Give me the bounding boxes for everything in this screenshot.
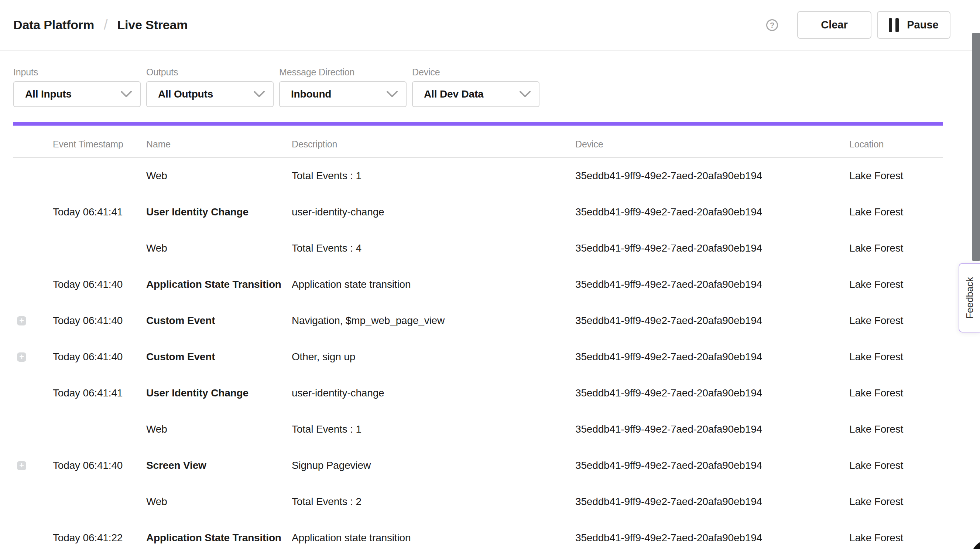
- event-name: User Identity Change: [146, 206, 292, 218]
- table-header-row: Event Timestamp Name Description Device …: [13, 126, 943, 158]
- event-timestamp: Today 06:41:41: [53, 206, 146, 218]
- table-row[interactable]: +Today 06:41:40Screen ViewSignup Pagevie…: [13, 447, 943, 484]
- live-stream-page: Data Platform / Live Stream ? Clear Paus…: [0, 0, 980, 549]
- help-icon[interactable]: ?: [766, 19, 778, 31]
- header-actions: ? Clear Pause: [766, 11, 950, 39]
- event-timestamp: Today 06:41:40: [53, 460, 146, 471]
- pause-button-label: Pause: [907, 19, 938, 31]
- breadcrumb: Data Platform / Live Stream: [13, 17, 188, 33]
- event-name: Application State Transition: [146, 279, 292, 290]
- event-location: Lake Forest: [849, 532, 943, 544]
- event-timestamp: Today 06:41:40: [53, 351, 146, 363]
- event-location: Lake Forest: [849, 206, 943, 218]
- event-timestamp: Today 06:41:40: [53, 315, 146, 327]
- event-description: Total Events : 4: [292, 243, 575, 254]
- table-row[interactable]: WebTotal Events : 135eddb41-9ff9-49e2-7a…: [13, 411, 943, 447]
- header-cell-location: Location: [849, 139, 943, 150]
- event-description: Total Events : 2: [292, 496, 575, 508]
- event-timestamp: Today 06:41:40: [53, 279, 146, 290]
- breadcrumb-root[interactable]: Data Platform: [13, 18, 94, 32]
- event-device: 35eddb41-9ff9-49e2-7aed-20afa90eb194: [575, 279, 849, 290]
- vertical-scrollbar-thumb[interactable]: [972, 33, 980, 261]
- event-name: Web: [146, 496, 292, 508]
- breadcrumb-separator: /: [104, 17, 107, 33]
- feedback-tab-label: Feedback: [964, 277, 975, 319]
- table-row[interactable]: Today 06:41:40Application State Transiti…: [13, 267, 943, 303]
- expand-row-button[interactable]: +: [17, 353, 26, 362]
- event-device: 35eddb41-9ff9-49e2-7aed-20afa90eb194: [575, 423, 849, 435]
- table-row[interactable]: WebTotal Events : 435eddb41-9ff9-49e2-7a…: [13, 230, 943, 267]
- event-device: 35eddb41-9ff9-49e2-7aed-20afa90eb194: [575, 387, 849, 399]
- top-header: Data Platform / Live Stream ? Clear Paus…: [0, 0, 980, 51]
- table-body: WebTotal Events : 135eddb41-9ff9-49e2-7a…: [13, 158, 943, 549]
- row-expand-cell: +: [13, 316, 53, 326]
- event-location: Lake Forest: [849, 496, 943, 508]
- filters-bar: Inputs All Inputs Outputs All Outputs Me…: [13, 68, 980, 107]
- event-name: Custom Event: [146, 315, 292, 327]
- message-direction-select[interactable]: Inbound: [279, 81, 407, 107]
- accent-divider: [13, 122, 943, 126]
- table-row[interactable]: Today 06:41:22Application State Transiti…: [13, 520, 943, 549]
- event-description: user-identity-change: [292, 206, 575, 218]
- pause-icon: [889, 18, 899, 32]
- inputs-select[interactable]: All Inputs: [13, 81, 141, 107]
- event-description: user-identity-change: [292, 387, 575, 399]
- chevron-down-icon: [254, 91, 265, 97]
- event-timestamp: Today 06:41:41: [53, 387, 146, 399]
- clear-button[interactable]: Clear: [797, 11, 872, 39]
- event-device: 35eddb41-9ff9-49e2-7aed-20afa90eb194: [575, 243, 849, 254]
- event-device: 35eddb41-9ff9-49e2-7aed-20afa90eb194: [575, 351, 849, 363]
- pause-button[interactable]: Pause: [877, 11, 950, 39]
- event-location: Lake Forest: [849, 460, 943, 471]
- chat-bubble-button[interactable]: [971, 540, 980, 549]
- filter-message-direction-label: Message Direction: [279, 68, 407, 77]
- filter-message-direction: Message Direction Inbound: [279, 68, 407, 107]
- table-row[interactable]: Today 06:41:41User Identity Changeuser-i…: [13, 194, 943, 230]
- event-location: Lake Forest: [849, 387, 943, 399]
- event-name: Custom Event: [146, 351, 292, 363]
- table-row[interactable]: +Today 06:41:40Custom EventOther, sign u…: [13, 339, 943, 375]
- filter-device: Device All Dev Data: [412, 68, 539, 107]
- filter-outputs-label: Outputs: [146, 68, 274, 77]
- device-select-value: All Dev Data: [424, 88, 484, 100]
- event-location: Lake Forest: [849, 170, 943, 182]
- event-location: Lake Forest: [849, 315, 943, 327]
- chevron-down-icon: [121, 91, 132, 97]
- table-row[interactable]: WebTotal Events : 135eddb41-9ff9-49e2-7a…: [13, 158, 943, 194]
- event-location: Lake Forest: [849, 423, 943, 435]
- event-name: Application State Transition: [146, 532, 292, 544]
- event-description: Application state transition: [292, 279, 575, 290]
- event-device: 35eddb41-9ff9-49e2-7aed-20afa90eb194: [575, 460, 849, 471]
- chevron-down-icon: [387, 91, 398, 97]
- table-row[interactable]: WebTotal Events : 235eddb41-9ff9-49e2-7a…: [13, 484, 943, 520]
- inputs-select-value: All Inputs: [25, 88, 72, 100]
- filter-inputs-label: Inputs: [13, 68, 141, 77]
- event-description: Application state transition: [292, 532, 575, 544]
- event-description: Other, sign up: [292, 351, 575, 363]
- event-device: 35eddb41-9ff9-49e2-7aed-20afa90eb194: [575, 496, 849, 508]
- feedback-tab[interactable]: Feedback: [959, 263, 980, 332]
- events-table: Event Timestamp Name Description Device …: [13, 126, 943, 549]
- event-name: Web: [146, 170, 292, 182]
- header-cell-event-timestamp: Event Timestamp: [53, 139, 146, 150]
- event-name: Screen View: [146, 460, 292, 471]
- device-select[interactable]: All Dev Data: [412, 81, 539, 107]
- filter-outputs: Outputs All Outputs: [146, 68, 274, 107]
- event-description: Total Events : 1: [292, 170, 575, 182]
- table-row[interactable]: Today 06:41:41User Identity Changeuser-i…: [13, 375, 943, 411]
- message-direction-select-value: Inbound: [291, 88, 331, 100]
- table-row[interactable]: +Today 06:41:40Custom EventNavigation, $…: [13, 303, 943, 339]
- expand-row-button[interactable]: +: [17, 461, 26, 470]
- event-timestamp: Today 06:41:22: [53, 532, 146, 544]
- outputs-select[interactable]: All Outputs: [146, 81, 274, 107]
- event-location: Lake Forest: [849, 243, 943, 254]
- event-description: Navigation, $mp_web_page_view: [292, 315, 575, 327]
- expand-row-button[interactable]: +: [17, 316, 26, 326]
- event-device: 35eddb41-9ff9-49e2-7aed-20afa90eb194: [575, 170, 849, 182]
- event-location: Lake Forest: [849, 351, 943, 363]
- header-cell-description: Description: [292, 139, 575, 150]
- chevron-down-icon: [520, 91, 531, 97]
- event-device: 35eddb41-9ff9-49e2-7aed-20afa90eb194: [575, 315, 849, 327]
- event-name: Web: [146, 423, 292, 435]
- row-expand-cell: +: [13, 461, 53, 470]
